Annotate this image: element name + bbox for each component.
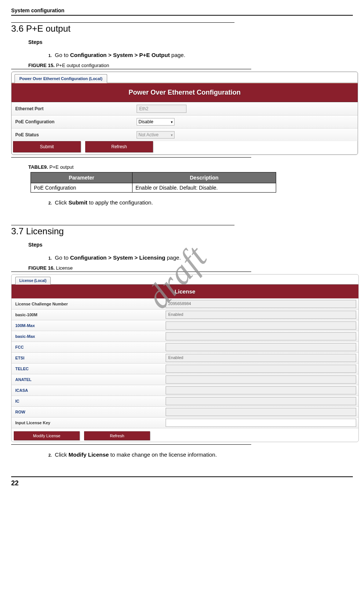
button-bar: Modify License Refresh — [12, 431, 358, 441]
step-2: 2. Click Submit to apply the configurati… — [48, 199, 353, 206]
panel-tab[interactable]: Power Over Ethernet Configuration (Local… — [15, 74, 107, 83]
page-number: 22 — [11, 479, 353, 487]
step-text-pre: Click — [55, 451, 68, 458]
step-text-bold: Configuration > System > P+E Output — [70, 52, 170, 58]
chevron-down-icon: ▾ — [171, 133, 173, 137]
figure-16-caption: FIGURE 16. License — [28, 265, 353, 271]
step-text-post: to apply the configuration. — [87, 199, 153, 206]
button-bar: Submit Refresh — [12, 141, 358, 153]
chevron-down-icon: ▾ — [171, 120, 173, 124]
step-text-bold: Submit — [68, 199, 87, 206]
step-text-pre: Click — [55, 199, 68, 206]
figure-rule — [11, 69, 251, 69]
license-value-display — [166, 375, 356, 384]
td-parameter: PoE Configuration — [31, 183, 132, 193]
figure-rule — [11, 157, 251, 158]
td-description: Enable or Disable. Default: Disable. — [132, 183, 276, 193]
license-row-label: ANATEL — [12, 376, 166, 383]
step-text-post: page. — [170, 52, 185, 58]
license-row-label: basic-100M — [12, 311, 166, 318]
license-value-display — [166, 365, 356, 373]
table-9-caption: TABLE9. P+E output — [28, 164, 353, 170]
figure-label: FIGURE 16. — [28, 265, 55, 271]
step-number: 1. — [48, 53, 52, 58]
table-label: TABLE9. — [28, 164, 48, 170]
license-value-display: Enabled — [166, 354, 356, 362]
step-number: 2. — [48, 201, 52, 205]
license-row: ANATEL — [12, 374, 358, 385]
step-text-bold: Modify License — [68, 451, 109, 458]
running-header: System configuration — [11, 7, 353, 13]
license-row: IC — [12, 396, 358, 406]
license-row: ETSIEnabled — [12, 352, 358, 363]
license-value-display — [166, 332, 356, 340]
license-value-display — [166, 397, 356, 405]
license-value-display — [166, 321, 356, 330]
figure-rule — [11, 272, 251, 272]
step-text-bold: Configuration > System > Licensing — [70, 254, 165, 261]
license-row: ICASA — [12, 385, 358, 396]
panel-title: Power Over Ethernet Configuration — [12, 83, 358, 102]
license-row: basic-100MEnabled — [12, 309, 358, 320]
poe-config-panel: Power Over Ethernet Configuration (Local… — [11, 72, 358, 155]
license-row-label: Input License Key — [12, 419, 166, 426]
license-value-display — [166, 386, 356, 394]
select-value: Disable — [138, 119, 153, 124]
th-parameter: Parameter — [31, 172, 132, 183]
license-row: ROW — [12, 406, 358, 417]
step-1: 1. Go to Configuration > System > P+E Ou… — [48, 52, 353, 58]
license-row: FCC — [12, 342, 358, 352]
select-value: Not Active — [138, 132, 159, 137]
section-3-7-title: 3.7 Licensing — [11, 226, 353, 237]
license-value-display: Enabled — [166, 311, 356, 319]
license-row: basic-Max — [12, 331, 358, 342]
license-value-display — [166, 343, 356, 351]
steps-label: Steps — [28, 39, 353, 45]
poe-config-row: PoE Configuration Disable ▾ — [12, 115, 358, 128]
steps-label: Steps — [28, 242, 353, 248]
poe-config-select[interactable]: Disable ▾ — [137, 118, 175, 126]
step-text-post: to make change on the license informatio… — [109, 451, 217, 458]
th-description: Description — [132, 172, 276, 183]
step-1: 1. Go to Configuration > System > Licens… — [48, 254, 353, 261]
license-row-label: License Challenge Number — [12, 300, 166, 308]
license-value-display — [166, 408, 356, 416]
figure-label: FIGURE 15. — [28, 63, 55, 68]
license-row-label: ROW — [12, 408, 166, 416]
figure-rule — [11, 444, 251, 445]
ethernet-port-label: Ethernet Port — [12, 104, 134, 114]
license-key-input[interactable] — [166, 419, 356, 427]
license-row-label: ETSI — [12, 354, 166, 362]
section-rule — [11, 225, 234, 225]
license-row: TELEC — [12, 363, 358, 374]
figure-caption-text: License — [55, 265, 73, 271]
panel-title: License — [12, 285, 358, 298]
step-number: 2. — [48, 453, 52, 457]
section-rule — [11, 22, 234, 23]
license-row-label: basic-Max — [12, 333, 166, 340]
table-9: Parameter Description PoE Configuration … — [31, 172, 276, 193]
panel-tab[interactable]: License (Local) — [15, 277, 51, 285]
license-row: Input License Key — [12, 417, 358, 428]
ethernet-port-row: Ethernet Port Eth2 — [12, 102, 358, 115]
refresh-button[interactable]: Refresh — [84, 431, 150, 440]
table-row: PoE Configuration Enable or Disable. Def… — [31, 183, 276, 193]
refresh-button[interactable]: Refresh — [85, 141, 153, 152]
license-panel: License (Local) License License Challeng… — [11, 274, 359, 442]
license-row-label: 100M-Max — [12, 322, 166, 329]
license-value-display: 2095658984 — [166, 300, 356, 308]
submit-button[interactable]: Submit — [13, 141, 81, 152]
poe-status-label: PoE Status — [12, 130, 134, 140]
figure-15-caption: FIGURE 15. P+E output configuration — [28, 63, 353, 68]
license-row: 100M-Max — [12, 320, 358, 331]
license-row-label: ICASA — [12, 387, 166, 394]
license-row-label: TELEC — [12, 365, 166, 372]
poe-status-select: Not Active ▾ — [137, 131, 175, 139]
step-text-post: page. — [165, 254, 181, 261]
step-number: 1. — [48, 256, 52, 260]
modify-license-button[interactable]: Modify License — [14, 431, 80, 440]
ethernet-port-input: Eth2 — [137, 105, 186, 113]
figure-caption-text: P+E output configuration — [55, 63, 109, 68]
poe-status-row: PoE Status Not Active ▾ — [12, 128, 358, 141]
license-row: License Challenge Number2095658984 — [12, 298, 358, 309]
